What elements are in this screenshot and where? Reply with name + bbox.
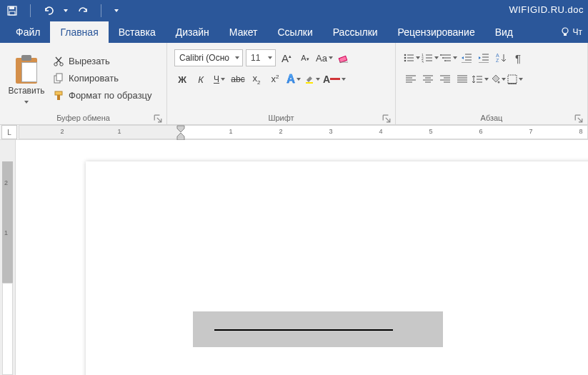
clipboard-group-label: Буфер обмена (56, 114, 110, 122)
shrink-font-button[interactable]: A▾ (297, 49, 313, 66)
chevron-down-icon (268, 56, 272, 59)
save-button[interactable] (6, 4, 19, 17)
paste-dropdown-icon[interactable] (24, 101, 29, 104)
qat-separator (30, 4, 31, 17)
chevron-down-icon (235, 56, 239, 59)
multilevel-icon (440, 53, 452, 63)
bold-button[interactable]: Ж (174, 71, 190, 88)
align-right-button[interactable] (437, 71, 453, 88)
paste-button[interactable]: Вставить (4, 45, 49, 111)
eraser-icon (338, 52, 349, 64)
svg-rect-4 (564, 34, 567, 36)
undo-dropdown-icon[interactable] (64, 9, 68, 12)
tab-home[interactable]: Главная (50, 21, 108, 43)
tab-selector[interactable]: L (1, 125, 17, 139)
tell-me[interactable]: Чт (554, 21, 589, 43)
svg-rect-25 (508, 75, 517, 84)
align-center-icon (422, 74, 434, 84)
font-color-button[interactable]: A (323, 71, 346, 88)
svg-rect-12 (306, 82, 313, 84)
highlighter-icon (304, 74, 314, 84)
title-bar: WIFIGID.RU.doc (0, 0, 588, 21)
vertical-ruler[interactable]: 2 1 (0, 140, 16, 375)
horizontal-line-content (214, 329, 393, 331)
copy-button[interactable]: Копировать (50, 71, 155, 86)
strikethrough-button[interactable]: abc (230, 71, 246, 88)
numbering-button[interactable]: 123 (422, 49, 439, 66)
tab-design[interactable]: Дизайн (166, 21, 219, 43)
svg-point-24 (498, 81, 500, 84)
indent-marker-icon[interactable] (175, 125, 186, 141)
align-left-button[interactable] (403, 71, 419, 88)
change-case-button[interactable]: Aa (316, 49, 333, 66)
group-clipboard: Вставить Вырезать Копировать Формат по о… (0, 43, 167, 124)
paste-icon (14, 55, 39, 84)
italic-button[interactable]: К (193, 71, 209, 88)
line-spacing-icon (472, 74, 483, 84)
show-marks-button[interactable]: ¶ (510, 49, 526, 66)
paragraph-group-label: Абзац (481, 114, 503, 122)
bullets-button[interactable] (403, 49, 420, 66)
tab-layout[interactable]: Макет (219, 21, 268, 43)
tab-references[interactable]: Ссылки (267, 21, 322, 43)
redo-button[interactable] (76, 4, 89, 17)
format-painter-button[interactable]: Формат по образцу (50, 89, 155, 103)
justify-button[interactable] (454, 71, 470, 88)
multilevel-list-button[interactable] (440, 49, 457, 66)
page (86, 161, 588, 375)
group-paragraph: 123 AZ ¶ Абзац (396, 43, 588, 124)
indent-icon (478, 53, 489, 63)
svg-rect-1 (9, 6, 14, 9)
clear-formatting-button[interactable] (336, 49, 352, 66)
document-canvas[interactable] (16, 140, 588, 375)
cut-button[interactable]: Вырезать (50, 54, 155, 69)
tab-file[interactable]: Файл (6, 21, 50, 43)
svg-point-15 (404, 60, 407, 62)
svg-point-14 (404, 57, 407, 59)
tab-mailings[interactable]: Рассылки (323, 21, 388, 43)
svg-point-3 (562, 28, 568, 34)
ruler-num: 6 (479, 128, 482, 135)
copy-label: Копировать (69, 73, 119, 84)
bucket-icon (490, 74, 500, 84)
borders-button[interactable] (507, 71, 523, 88)
qat-customize-button[interactable] (113, 4, 120, 17)
horizontal-ruler-strip: L 2 1 1 2 3 4 5 6 7 8 (0, 125, 588, 140)
subscript-button[interactable]: x2 (249, 71, 264, 88)
superscript-button[interactable]: x2 (267, 71, 283, 88)
paragraph-launcher-icon[interactable] (574, 114, 583, 123)
font-size-combo[interactable]: 11 (246, 49, 276, 66)
underline-button[interactable]: Ч (211, 71, 227, 88)
font-name-combo[interactable]: Calibri (Осно (174, 49, 243, 66)
svg-rect-10 (57, 95, 60, 100)
undo-button[interactable] (42, 4, 55, 17)
svg-point-13 (404, 54, 407, 56)
text-effects-button[interactable]: A (286, 71, 302, 88)
cut-label: Вырезать (69, 56, 110, 66)
clipboard-launcher-icon[interactable] (154, 114, 162, 123)
font-launcher-icon[interactable] (382, 114, 391, 123)
text-selection (193, 311, 443, 347)
paste-label: Вставить (9, 86, 45, 96)
align-center-button[interactable] (420, 71, 436, 88)
svg-text:A: A (496, 53, 499, 58)
tab-insert[interactable]: Вставка (109, 21, 166, 43)
svg-point-19 (440, 54, 442, 56)
grow-font-button[interactable]: A▴ (279, 49, 294, 66)
tab-review[interactable]: Рецензирование (388, 21, 485, 43)
increase-indent-button[interactable] (476, 49, 492, 66)
horizontal-ruler[interactable]: 2 1 1 2 3 4 5 6 7 8 (19, 125, 588, 139)
svg-rect-2 (9, 11, 15, 15)
svg-point-20 (442, 57, 444, 59)
sort-button[interactable]: AZ (493, 49, 509, 66)
numbering-icon: 123 (422, 53, 433, 63)
shading-button[interactable] (490, 71, 506, 88)
line-spacing-button[interactable] (472, 71, 489, 88)
font-name-value: Calibri (Осно (179, 53, 235, 63)
highlight-button[interactable] (304, 71, 320, 88)
ribbon-tabs: Файл Главная Вставка Дизайн Макет Ссылки… (0, 21, 588, 43)
decrease-indent-button[interactable] (459, 49, 474, 66)
document-area: 2 1 (0, 140, 588, 375)
tab-view[interactable]: Вид (485, 21, 523, 43)
svg-point-21 (444, 60, 446, 61)
